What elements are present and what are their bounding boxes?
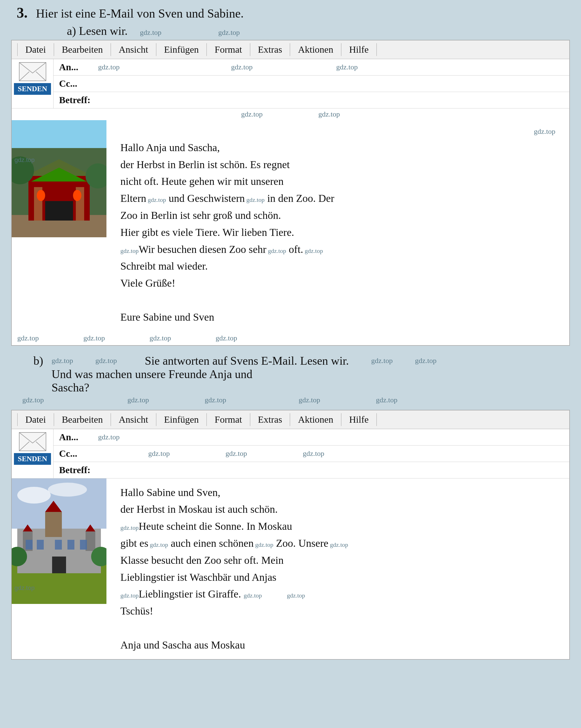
svg-rect-36 bbox=[52, 556, 66, 573]
an-wm2: gdz.top bbox=[231, 63, 252, 71]
email2-menu-aktionen[interactable]: Aktionen bbox=[290, 413, 341, 426]
part-b-letter: b) bbox=[33, 354, 43, 367]
part-b-bottom-wm: gdz.top gdz.top gdz.top gdz.top gdz.top bbox=[11, 394, 570, 406]
exercise-title: Hier ist eine E-Mail von Sven und Sabine… bbox=[36, 6, 244, 22]
email2-line4: gibt es gdz.top auch einen schönen gdz.t… bbox=[120, 535, 555, 552]
email1-header: SENDEN An... gdz.top gdz.top gdz.top Cc.… bbox=[12, 59, 569, 108]
bwm4: gdz.top bbox=[216, 334, 237, 342]
pb-bwm5: gdz.top bbox=[376, 396, 397, 404]
svg-point-22 bbox=[48, 483, 87, 497]
pb-wm3: gdz.top bbox=[371, 357, 393, 365]
email1-body: gdz.top gdz.top Hallo Anja und Sascha, d… bbox=[12, 120, 569, 331]
pb-bwm2: gdz.top bbox=[127, 396, 149, 404]
pb-wm1: gdz.top bbox=[52, 357, 73, 365]
menu-hilfe[interactable]: Hilfe bbox=[341, 43, 377, 56]
menu-bearbeiten[interactable]: Bearbeiten bbox=[54, 43, 111, 56]
email-2: Datei Bearbeiten Ansicht Einfügen Format… bbox=[11, 410, 570, 660]
envelope-svg-2 bbox=[19, 432, 47, 451]
svg-rect-29 bbox=[86, 531, 95, 551]
menu-format[interactable]: Format bbox=[207, 43, 250, 56]
an-wm1: gdz.top bbox=[98, 63, 119, 71]
cc-row-2: Cc... gdz.top gdz.top gdz.top bbox=[54, 446, 569, 462]
email2-menu-extras[interactable]: Extras bbox=[250, 413, 290, 426]
e2-l3-text: Heute scheint die Sonne. In Moskau bbox=[138, 520, 292, 532]
email2-image: gdz.top bbox=[12, 478, 106, 659]
an-wm3: gdz.top bbox=[336, 63, 358, 71]
envelope-icon bbox=[19, 62, 47, 81]
exercise-number: 3. bbox=[17, 6, 28, 20]
svg-point-12 bbox=[37, 190, 45, 201]
an-wm-2: gdz.top bbox=[98, 433, 119, 441]
email-1: Datei Bearbeiten Ansicht Einfügen Format… bbox=[11, 40, 570, 345]
page-header: 3. Hier ist eine E-Mail von Sven und Sab… bbox=[11, 6, 570, 22]
email2-menu-ansicht[interactable]: Ansicht bbox=[111, 413, 156, 426]
email1-signature: Eure Sabine und Sven bbox=[120, 309, 555, 326]
pb-wm4: gdz.top bbox=[415, 357, 436, 365]
pb-bwm1: gdz.top bbox=[22, 396, 44, 404]
svg-rect-25 bbox=[45, 512, 62, 537]
cc-wm1: gdz.top bbox=[148, 449, 170, 458]
email1-greeting: Hallo Anja und Sascha, bbox=[120, 139, 555, 156]
svg-text:gdz.top: gdz.top bbox=[15, 584, 34, 591]
email2-left-col: SENDEN bbox=[12, 429, 54, 478]
watermark-a1: gdz.top bbox=[140, 28, 161, 36]
email2-menu-hilfe[interactable]: Hilfe bbox=[341, 413, 377, 426]
menu-aktionen[interactable]: Aktionen bbox=[290, 43, 341, 56]
email1-line1: der Herbst in Berlin ist schön. Es regne… bbox=[120, 156, 555, 173]
email2-body: gdz.top Hallo Sabine und Sven, der Herbs… bbox=[12, 478, 569, 659]
email2-line7: gdz.topLieblingstier ist Giraffe. gdz.to… bbox=[120, 586, 555, 602]
email2-text: Hallo Sabine und Sven, der Herbst in Mos… bbox=[106, 478, 569, 659]
email2-menu-bearbeiten[interactable]: Bearbeiten bbox=[54, 413, 111, 426]
envelope-icon-2 bbox=[19, 432, 47, 451]
email1-left-col: SENDEN bbox=[12, 59, 54, 108]
email2-line5: Klasse besucht den Zoo sehr oft. Mein bbox=[120, 552, 555, 569]
menu-ansicht[interactable]: Ansicht bbox=[111, 43, 156, 56]
e2-l7-text: Lieblingstier ist Giraffe. bbox=[138, 588, 241, 600]
email1-line2: nicht oft. Heute gehen wir mit unseren bbox=[120, 173, 555, 190]
betreff-label: Betreff: bbox=[59, 95, 92, 105]
email2-signature: Anja und Sascha aus Moskau bbox=[120, 636, 555, 654]
cc-row: Cc... bbox=[54, 76, 569, 92]
svg-rect-17 bbox=[19, 433, 46, 451]
menu-datei[interactable]: Datei bbox=[17, 43, 54, 56]
svg-rect-0 bbox=[19, 62, 46, 81]
email2-menu-datei[interactable]: Datei bbox=[17, 413, 54, 426]
part-b: b) gdz.top gdz.top Sie antworten auf Sve… bbox=[11, 354, 570, 406]
part-a-letter: a) bbox=[67, 25, 79, 37]
cc-label: Cc... bbox=[59, 78, 92, 89]
email1-bottom-wm: gdz.top gdz.top gdz.top gdz.top bbox=[12, 331, 569, 345]
an-label-2: An... bbox=[59, 432, 92, 442]
email1-menu-bar: Datei Bearbeiten Ansicht Einfügen Format… bbox=[12, 41, 569, 59]
senden-button[interactable]: SENDEN bbox=[14, 83, 51, 95]
betreff-label-2: Betreff: bbox=[59, 465, 92, 475]
part-b-content: b) gdz.top gdz.top Sie antworten auf Sve… bbox=[11, 354, 570, 394]
menu-extras[interactable]: Extras bbox=[250, 43, 290, 56]
pb-wm2: gdz.top bbox=[95, 357, 117, 365]
senden-button-2[interactable]: SENDEN bbox=[14, 453, 51, 465]
email2-line3: gdz.topHeute scheint die Sonne. In Moska… bbox=[120, 518, 555, 535]
email2-tschuess: Tschüs! bbox=[120, 602, 555, 620]
bwt-2: gdz.top bbox=[319, 110, 340, 119]
betreff-row-2: Betreff: bbox=[54, 462, 569, 478]
email1-line4: Zoo in Berlin ist sehr groß und schön. bbox=[120, 207, 555, 224]
part-a-text: Lesen wir. bbox=[79, 25, 128, 37]
svg-rect-32 bbox=[37, 540, 44, 550]
pagoda-svg: gdz.top bbox=[12, 120, 106, 237]
email2-header: SENDEN An... gdz.top Cc... gdz.top gdz.t… bbox=[12, 429, 569, 478]
email2-menu-einfuegen[interactable]: Einfügen bbox=[156, 413, 207, 426]
twm1: gdz.top bbox=[534, 126, 555, 137]
svg-point-21 bbox=[17, 487, 51, 503]
part-a-label: a) Lesen wir. gdz.top gdz.top bbox=[11, 24, 570, 37]
bwt-1: gdz.top bbox=[241, 110, 262, 119]
svg-text:gdz.top: gdz.top bbox=[15, 156, 34, 163]
pb-bwm3: gdz.top bbox=[205, 396, 226, 404]
svg-rect-34 bbox=[67, 540, 75, 550]
menu-einfuegen[interactable]: Einfügen bbox=[156, 43, 207, 56]
part-b-line2: Und was machen unsere Freunde Anja und bbox=[52, 367, 437, 381]
email2-menu-format[interactable]: Format bbox=[207, 413, 250, 426]
svg-rect-33 bbox=[55, 540, 62, 550]
bwm2: gdz.top bbox=[83, 334, 105, 342]
email2-line2: der Herbst in Moskau ist auch schön. bbox=[120, 501, 555, 518]
part-b-line1-row: gdz.top gdz.top Sie antworten auf Svens … bbox=[52, 354, 437, 367]
cc-label-2: Cc... bbox=[59, 448, 92, 459]
